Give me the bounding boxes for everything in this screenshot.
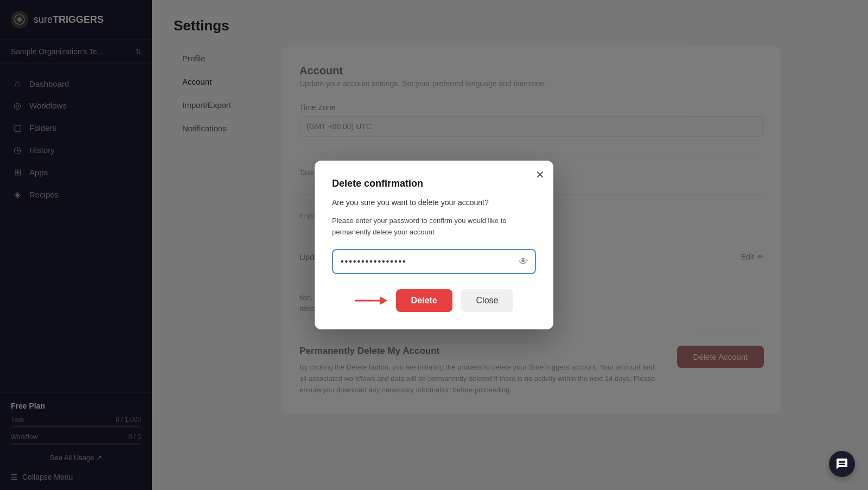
chat-bubble-button[interactable] (829, 451, 855, 477)
modal-actions: Delete Close (332, 289, 536, 312)
modal-confirm-text: Are you sure you want to delete your acc… (332, 198, 536, 207)
svg-marker-3 (380, 296, 387, 305)
password-visibility-toggle[interactable]: 👁 (519, 256, 528, 267)
modal-info-text: Please enter your password to confirm yo… (332, 215, 536, 238)
modal-overlay: ✕ Delete confirmation Are you sure you w… (0, 0, 868, 490)
modal-title: Delete confirmation (332, 178, 536, 189)
confirm-delete-button[interactable]: Delete (396, 289, 452, 312)
modal-close-btn[interactable]: Close (461, 289, 514, 312)
delete-confirmation-modal: ✕ Delete confirmation Are you sure you w… (315, 161, 553, 329)
arrow-indicator (355, 293, 387, 308)
password-field-wrapper: 👁 (332, 249, 536, 274)
password-input[interactable] (332, 249, 536, 274)
modal-close-button[interactable]: ✕ (535, 169, 545, 180)
